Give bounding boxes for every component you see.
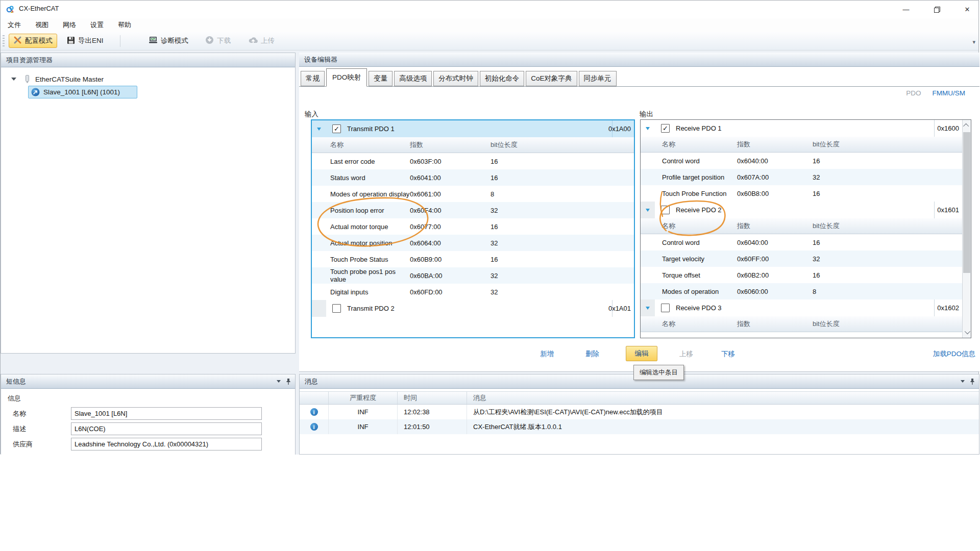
toolbar-grip[interactable] bbox=[3, 35, 5, 47]
message-row[interactable]: i INF 12:01:50 CX-EtherCAT就绪.版本1.0.0.1 bbox=[300, 419, 979, 434]
receive-pdo2-row[interactable]: Receive PDO 2 0x1601 bbox=[641, 202, 962, 218]
window-title: CX-EtherCAT bbox=[19, 5, 59, 12]
pdo-entry-row[interactable]: Profile target position 0x607A:00 32 bbox=[641, 169, 962, 185]
input-pdo-table: Transmit PDO 1 0x1A00 名称 指数 bit位长度 Last … bbox=[311, 119, 635, 338]
pdo-entry-row[interactable]: Torque offset 0x60B2:00 16 bbox=[641, 267, 962, 283]
tree-node-slave[interactable]: Slave_1001 [L6N] (1001) bbox=[28, 86, 137, 98]
delete-button[interactable]: 删除 bbox=[585, 346, 599, 362]
expander-down-icon[interactable] bbox=[11, 78, 16, 81]
diag-mode-button[interactable]: 诊断模式 bbox=[144, 34, 192, 48]
app-icon bbox=[6, 5, 14, 14]
col-name: 名称 bbox=[330, 140, 410, 149]
close-button[interactable]: ✕ bbox=[956, 2, 978, 17]
col-bits: bit位长度 bbox=[813, 319, 840, 329]
config-mode-button[interactable]: 配置模式 bbox=[9, 34, 57, 48]
editor-tab[interactable]: CoE对象字典 bbox=[526, 71, 577, 86]
pdo-entry-row[interactable]: Touch probe pos1 pos value 0x60BA:00 32 bbox=[312, 267, 634, 284]
pdo-name-label: Receive PDO 3 bbox=[676, 304, 722, 312]
receive-pdo1-checkbox[interactable] bbox=[661, 124, 670, 133]
vendor-field[interactable] bbox=[71, 438, 262, 450]
editor-tab[interactable]: 常规 bbox=[301, 71, 325, 86]
editor-tab[interactable]: 初始化命令 bbox=[480, 71, 525, 86]
pdo-entry-row[interactable]: Control word 0x6040:00 16 bbox=[641, 153, 962, 169]
device-editor-title: 设备编辑器 bbox=[304, 55, 337, 64]
transmit-pdo2-row[interactable]: Transmit PDO 2 0x1A01 bbox=[312, 300, 634, 317]
pdo-entry-row[interactable]: Modes of operation 0x6060:00 8 bbox=[641, 283, 962, 299]
col-name: 名称 bbox=[662, 140, 737, 149]
pdo-index-value: 0x1600 bbox=[937, 124, 959, 132]
chevron-down-icon[interactable] bbox=[961, 380, 965, 383]
pdo-entry-row[interactable]: Touch Probe Status 0x60B9:00 16 bbox=[312, 251, 634, 267]
receive-pdo2-checkbox[interactable] bbox=[661, 206, 670, 214]
pdo-entry-row[interactable]: Last error code 0x603F:00 16 bbox=[312, 153, 634, 169]
move-up-button[interactable]: 上移 bbox=[679, 346, 693, 362]
scrollbar-thumb[interactable] bbox=[963, 132, 970, 273]
pin-icon[interactable] bbox=[970, 378, 975, 385]
description-field[interactable] bbox=[71, 422, 262, 435]
short-info-panel: 短信息 信息 名称 描述 供 bbox=[1, 374, 296, 455]
pdo-entry-row[interactable]: Actual motor torque 0x6077:00 16 bbox=[312, 218, 634, 235]
chevron-down-icon[interactable] bbox=[277, 380, 281, 383]
pdo-link[interactable]: PDO bbox=[906, 89, 921, 97]
edit-button[interactable]: 编辑 bbox=[626, 346, 657, 361]
menu-item[interactable]: 网络 bbox=[56, 18, 83, 32]
editor-tab[interactable]: 分布式时钟 bbox=[433, 71, 478, 86]
upload-button[interactable]: 上传 bbox=[244, 34, 279, 48]
mapping-mode-links: PDO FMMU/SM bbox=[906, 89, 965, 97]
message-row[interactable]: i INF 12:02:38 从D:\工程夹\AVI检测\ESI(E-CAT)\… bbox=[300, 405, 979, 419]
editor-tab[interactable]: 高级选项 bbox=[394, 71, 432, 86]
col-index: 指数 bbox=[737, 221, 813, 231]
transmit-pdo2-checkbox[interactable] bbox=[332, 304, 341, 313]
toolbar-overflow-icon[interactable]: ▾ bbox=[972, 39, 975, 45]
collapse-icon[interactable] bbox=[317, 128, 321, 131]
menu-item[interactable]: 视图 bbox=[28, 18, 56, 32]
add-button[interactable]: 新增 bbox=[540, 346, 554, 362]
input-section-label: 输入 bbox=[305, 110, 318, 119]
output-pdo-table: Receive PDO 1 0x1600 名称 指数 bit位长度 Contro… bbox=[640, 119, 971, 338]
transmit-pdo1-row[interactable]: Transmit PDO 1 0x1A00 bbox=[312, 120, 634, 137]
pdo-entry-row[interactable]: Status word 0x6041:00 16 bbox=[312, 169, 634, 186]
col-index: 指数 bbox=[737, 319, 813, 329]
pdo-entry-row[interactable]: Actual motor position 0x6064:00 32 bbox=[312, 235, 634, 251]
minimize-button[interactable]: — bbox=[895, 2, 917, 17]
messages-panel: 消息 严重程度 时间 消息 bbox=[299, 374, 979, 455]
load-pdo-info-button[interactable]: 加载PDO信息 bbox=[933, 346, 975, 362]
scroll-up-icon[interactable] bbox=[963, 120, 971, 131]
download-button[interactable]: 下载 bbox=[201, 34, 235, 48]
menu-item[interactable]: 文件 bbox=[1, 18, 28, 32]
menu-item[interactable]: 帮助 bbox=[111, 18, 138, 32]
collapse-icon[interactable] bbox=[646, 209, 650, 212]
pdo-name-label: Transmit PDO 2 bbox=[347, 305, 395, 312]
vertical-splitter[interactable] bbox=[296, 53, 299, 455]
pdo-entry-row[interactable]: Position loop error 0x60F4:00 32 bbox=[312, 202, 634, 218]
editor-tab[interactable]: 同步单元 bbox=[579, 71, 617, 86]
move-down-button[interactable]: 下移 bbox=[721, 346, 735, 362]
pdo-entry-row[interactable]: Control word 0x6040:00 16 bbox=[641, 234, 962, 251]
fmmu-sm-link[interactable]: FMMU/SM bbox=[933, 89, 966, 97]
collapse-icon[interactable] bbox=[646, 127, 650, 130]
scroll-down-icon[interactable] bbox=[963, 327, 971, 338]
tree-node-master[interactable]: EtherCATSuite Master bbox=[1, 73, 104, 85]
pdo-entry-row[interactable]: Touch Probe Function 0x60B8:00 16 bbox=[641, 185, 962, 202]
toolbar: 配置模式 导出ENI bbox=[1, 32, 978, 51]
editor-tab[interactable]: PDO映射 bbox=[326, 68, 367, 87]
pdo-entry-row[interactable]: Digital inputs 0x60FD:00 32 bbox=[312, 284, 634, 300]
app-window: CX-EtherCAT — ✕ 文件视图网络设置帮助 配置模式 bbox=[0, 0, 979, 454]
export-eni-button[interactable]: 导出ENI bbox=[63, 34, 108, 48]
editor-tab[interactable]: 变量 bbox=[369, 71, 393, 86]
output-section-label: 输出 bbox=[640, 110, 653, 119]
restore-button[interactable] bbox=[925, 2, 948, 17]
receive-pdo1-row[interactable]: Receive PDO 1 0x1600 bbox=[641, 120, 962, 137]
pdo-entry-row[interactable]: Modes of operation display 0x6061:00 8 bbox=[312, 186, 634, 202]
transmit-pdo1-checkbox[interactable] bbox=[332, 124, 341, 133]
collapse-icon[interactable] bbox=[646, 307, 650, 310]
pin-icon[interactable] bbox=[286, 378, 291, 385]
name-field[interactable] bbox=[71, 407, 262, 420]
receive-pdo3-row[interactable]: Receive PDO 3 0x1602 bbox=[641, 299, 962, 316]
pdo-entry-row[interactable]: Control word 0x6040:00 16 bbox=[641, 332, 962, 338]
menu-item[interactable]: 设置 bbox=[83, 18, 111, 32]
pdo-entry-row[interactable]: Target velocity 0x60FF:00 32 bbox=[641, 251, 962, 267]
content-area: 项目资源管理器 EtherCATSuite Master bbox=[1, 51, 978, 455]
output-table-scrollbar[interactable] bbox=[962, 120, 971, 338]
receive-pdo3-checkbox[interactable] bbox=[661, 304, 670, 312]
